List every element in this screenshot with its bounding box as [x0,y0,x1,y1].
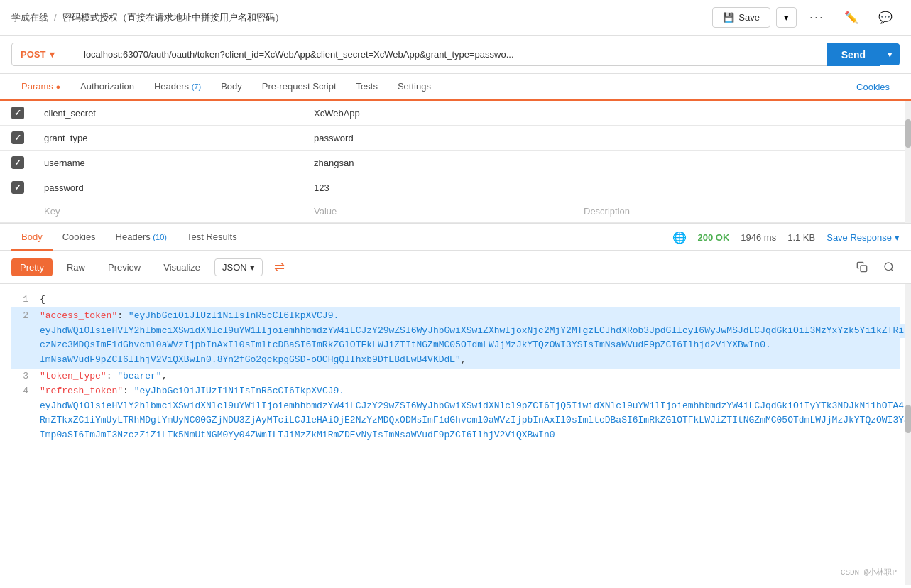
line-number: 4 [11,384,40,399]
edit-button[interactable]: ✏️ [837,6,866,28]
top-bar-actions: 💾 Save ▾ ··· ✏️ 💬 [712,6,900,29]
json-format-select[interactable]: JSON ▾ [214,258,263,276]
headers-badge: (7) [192,82,201,91]
status-time: 1946 ms [741,232,776,243]
tab-cookies[interactable]: Cookies [846,75,900,99]
save-response-button[interactable]: Save Response ▾ [827,232,900,243]
chevron-down-icon: ▾ [784,12,789,23]
url-bar: POST ▾ Send ▾ [0,36,911,74]
response-status-bar: 🌐 200 OK 1946 ms 1.1 KB Save Response ▾ [672,231,900,244]
format-bar: Pretty Raw Preview Visualize JSON ▾ ⇌ [0,251,911,284]
tab-pre-request-script[interactable]: Pre-request Script [252,74,347,100]
request-tabs-bar: Params ● Authorization Headers (7) Body … [0,74,911,101]
json-line-3: 3 "token_type": "bearer", [11,369,900,384]
format-chevron-icon: ▾ [250,262,255,273]
param-checkbox-2[interactable] [11,131,24,144]
url-input[interactable] [75,43,827,66]
breadcrumb: 学成在线 / 密码模式授权（直接在请求地址中拼接用户名和密码） [11,11,284,24]
param-desc-3[interactable] [575,151,911,175]
json-scrollbar-thumb [905,405,911,433]
param-value-3[interactable]: zhangsan [305,151,575,175]
breadcrumb-separator: / [54,12,57,23]
tab-authorization[interactable]: Authorization [70,74,144,100]
line-number: 2 [11,309,40,324]
json-scrollbar[interactable] [905,284,911,585]
tab-settings[interactable]: Settings [388,74,441,100]
svg-rect-0 [861,266,867,272]
method-label: POST [21,49,45,60]
comment-button[interactable]: 💬 [871,6,900,28]
param-checkbox-1[interactable] [11,107,24,119]
param-key-1[interactable]: client_secret [36,101,305,126]
search-icon[interactable] [878,256,900,278]
response-tab-body[interactable]: Body [11,224,53,251]
method-chevron-icon: ▾ [50,49,55,60]
save-button[interactable]: 💾 Save [712,7,770,28]
json-line-1: 1 { [11,293,900,307]
copy-icon[interactable] [851,256,873,278]
param-desc-1[interactable] [575,101,911,126]
globe-icon: 🌐 [672,231,687,244]
params-scrollbar-thumb [905,119,911,148]
line-number: 3 [11,369,40,384]
json-line-2: 2 "access_token": "eyJhbGciOiJIUzI1NiIsI… [11,307,900,369]
table-row: client_secret XcWebApp [0,101,911,126]
more-options-button[interactable]: ··· [802,6,831,29]
table-row: password 123 [0,175,911,200]
response-tab-test-results[interactable]: Test Results [177,224,247,251]
params-table-wrapper: client_secret XcWebApp grant_type passwo… [0,101,911,223]
json-format-label: JSON [222,262,247,273]
table-row: username zhangsan [0,151,911,175]
svg-point-1 [885,263,893,271]
table-row: grant_type password [0,126,911,151]
breadcrumb-home[interactable]: 学成在线 [11,11,48,24]
response-tab-headers[interactable]: Headers (10) [106,224,177,251]
breadcrumb-page: 密码模式授权（直接在请求地址中拼接用户名和密码） [62,11,284,24]
save-icon: 💾 [723,12,734,23]
json-viewer: 1 { 2 "access_token": "eyJhbGciOiJIUzI1N… [0,284,911,585]
param-desc-4[interactable] [575,175,911,200]
param-checkbox-3[interactable] [11,156,24,169]
status-size: 1.1 KB [787,232,815,243]
param-value-2[interactable]: password [305,126,575,151]
tab-headers[interactable]: Headers (7) [144,74,211,100]
param-desc-placeholder[interactable]: Description [575,200,911,223]
json-line-4: 4 "refresh_token": "eyJhbGciOiJIUzI1NiIs… [11,384,900,443]
top-bar: 学成在线 / 密码模式授权（直接在请求地址中拼接用户名和密码） 💾 Save ▾… [0,0,911,36]
status-ok: 200 OK [698,232,730,243]
svg-line-2 [891,269,893,271]
response-tabs-bar: Body Cookies Headers (10) Test Results 🌐… [0,223,911,251]
params-scrollbar[interactable] [905,101,911,223]
param-checkbox-4[interactable] [11,181,24,194]
watermark: CSDN @小林职P [841,567,897,579]
save-response-chevron-icon: ▾ [895,232,900,243]
table-row-empty: Key Value Description [0,200,911,223]
param-value-1[interactable]: XcWebApp [305,101,575,126]
send-button[interactable]: Send [827,43,880,66]
method-select[interactable]: POST ▾ [11,43,75,66]
tab-body[interactable]: Body [211,74,252,100]
params-badge: ● [55,82,60,91]
format-pretty-button[interactable]: Pretty [11,258,53,276]
format-visualize-button[interactable]: Visualize [155,258,209,276]
format-preview-button[interactable]: Preview [99,258,149,276]
param-desc-2[interactable] [575,126,911,151]
save-dropdown-button[interactable]: ▾ [776,7,797,28]
send-dropdown-button[interactable]: ▾ [880,43,900,65]
format-raw-button[interactable]: Raw [58,258,94,276]
param-key-3[interactable]: username [36,151,305,175]
param-value-placeholder[interactable]: Value [305,200,575,223]
tab-tests[interactable]: Tests [347,74,388,100]
param-value-4[interactable]: 123 [305,175,575,200]
tab-params[interactable]: Params ● [11,74,70,100]
wrap-lines-icon[interactable]: ⇌ [274,259,285,275]
response-headers-badge: (10) [153,233,167,241]
param-key-2[interactable]: grant_type [36,126,305,151]
response-tab-cookies[interactable]: Cookies [53,224,106,251]
params-table: client_secret XcWebApp grant_type passwo… [0,101,911,223]
param-key-4[interactable]: password [36,175,305,200]
param-key-placeholder[interactable]: Key [36,200,305,223]
line-number: 1 [11,293,40,307]
